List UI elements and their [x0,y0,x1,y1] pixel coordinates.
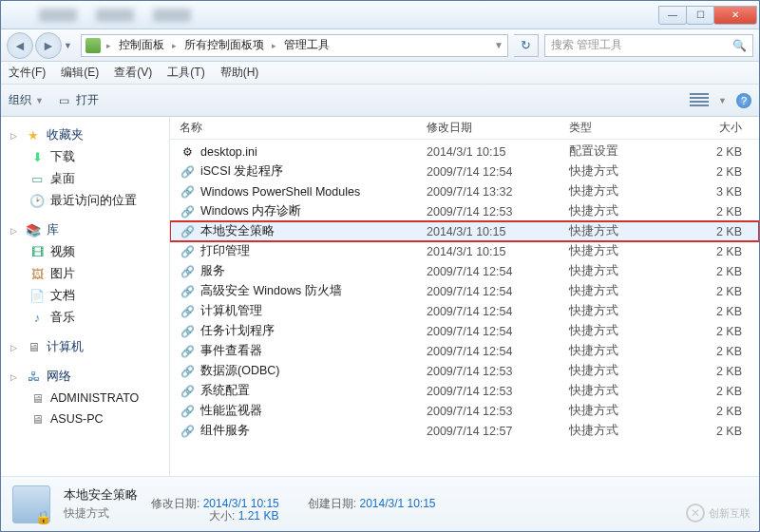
menu-tools[interactable]: 工具(T) [167,65,204,81]
history-dropdown[interactable]: ▼ [64,41,75,50]
file-type: 快捷方式 [569,343,683,359]
file-row[interactable]: 🔗性能监视器2009/7/14 12:53快捷方式2 KB [170,401,759,421]
file-size: 2 KB [683,385,759,398]
sidebar-item-music[interactable]: ♪音乐 [1,307,169,329]
file-date: 2014/3/1 10:15 [427,225,569,238]
help-button[interactable]: ? [736,93,751,108]
file-date: 2009/7/14 12:57 [427,425,569,438]
sidebar-libraries[interactable]: ▷📚 库 [1,219,169,241]
sidebar-item-desktop[interactable]: ▭桌面 [1,168,169,190]
file-row[interactable]: 🔗高级安全 Windows 防火墙2009/7/14 12:54快捷方式2 KB [170,281,759,301]
details-title: 本地安全策略 [64,487,138,502]
file-row[interactable]: 🔗事件查看器2009/7/14 12:54快捷方式2 KB [170,341,759,361]
sidebar-item-recent[interactable]: 🕑最近访问的位置 [1,190,169,212]
navbar: ◄ ► ▼ ▸ 控制面板 ▸ 所有控制面板项 ▸ 管理工具 ▼ ↻ 搜索 管理工… [1,29,759,62]
download-icon: ⬇ [29,150,45,165]
menu-help[interactable]: 帮助(H) [220,65,259,81]
file-row[interactable]: 🔗任务计划程序2009/7/14 12:54快捷方式2 KB [170,321,759,341]
document-icon: 📄 [29,289,45,304]
maximize-button[interactable]: ☐ [686,6,714,25]
file-row[interactable]: 🔗计算机管理2009/7/14 12:54快捷方式2 KB [170,301,759,321]
file-size: 2 KB [683,245,759,258]
titlebar[interactable]: — ☐ ✕ [1,1,759,29]
video-icon: 🎞 [29,245,45,260]
file-name: 事件查看器 [200,343,262,359]
pc-icon: 🖥 [29,411,45,427]
file-type: 快捷方式 [569,323,683,339]
file-icon: 🔗 [180,264,195,279]
star-icon: ★ [26,128,41,143]
details-file-icon [12,485,50,523]
sidebar-item-documents[interactable]: 📄文档 [1,285,169,307]
column-date[interactable]: 修改日期 [427,120,569,136]
close-button[interactable]: ✕ [713,6,757,25]
file-size: 2 KB [683,145,759,159]
refresh-button[interactable]: ↻ [514,34,539,57]
file-type: 快捷方式 [569,283,683,299]
address-bar[interactable]: ▸ 控制面板 ▸ 所有控制面板项 ▸ 管理工具 ▼ [81,34,508,57]
file-size: 2 KB [683,305,759,318]
file-row[interactable]: 🔗数据源(ODBC)2009/7/14 12:53快捷方式2 KB [170,361,759,381]
back-button[interactable]: ◄ [7,32,33,59]
sidebar-item-downloads[interactable]: ⬇下载 [1,146,169,168]
sidebar-network[interactable]: ▷🖧 网络 [1,366,169,388]
file-row[interactable]: 🔗Windows PowerShell Modules2009/7/14 13:… [170,181,759,201]
file-name: 组件服务 [200,423,250,439]
file-type: 快捷方式 [569,163,683,180]
file-type: 快捷方式 [569,223,683,239]
sidebar-computer[interactable]: ▷🖥 计算机 [1,336,169,358]
search-input[interactable]: 搜索 管理工具 🔍 [544,34,753,57]
organize-button[interactable]: 组织 ▼ [9,92,44,108]
file-size: 2 KB [683,285,759,298]
file-date: 2009/7/14 12:54 [427,305,569,318]
sidebar-item-pictures[interactable]: 🖼图片 [1,263,169,285]
menubar: 文件(F) 编辑(E) 查看(V) 工具(T) 帮助(H) [1,62,759,85]
file-type: 快捷方式 [569,203,683,219]
view-options-button[interactable] [690,93,709,108]
forward-button[interactable]: ► [35,32,62,59]
file-date: 2009/7/14 12:53 [427,405,569,418]
file-row[interactable]: 🔗iSCSI 发起程序2009/7/14 12:54快捷方式2 KB [170,162,759,181]
search-icon: 🔍 [732,39,747,52]
file-date: 2009/7/14 12:53 [427,205,569,218]
file-name: 服务 [200,263,225,279]
column-size[interactable]: 大小 [683,120,759,136]
toolbar: 组织 ▼ ▭ 打开 ▼ ? [1,85,759,117]
breadcrumb-item[interactable]: 所有控制面板项 [182,37,266,53]
network-icon: 🖧 [26,370,41,385]
menu-edit[interactable]: 编辑(E) [61,65,99,81]
menu-file[interactable]: 文件(F) [9,65,46,81]
file-icon: 🔗 [180,284,195,299]
sidebar-favorites[interactable]: ▷★ 收藏夹 [1,124,169,146]
library-icon: 📚 [26,223,41,238]
music-icon: ♪ [29,311,45,326]
details-subtitle: 快捷方式 [64,505,138,522]
file-name: Windows 内存诊断 [200,203,301,219]
file-type: 配置设置 [569,143,683,160]
file-size: 2 KB [683,165,759,179]
file-row[interactable]: 🔗打印管理2014/3/1 10:15快捷方式2 KB [170,241,759,261]
file-type: 快捷方式 [569,423,683,439]
sidebar-item-pc[interactable]: 🖥ADMINISTRATO [1,388,169,408]
menu-view[interactable]: 查看(V) [114,65,152,81]
file-size: 2 KB [683,325,759,338]
open-icon: ▭ [57,93,72,108]
file-row[interactable]: 🔗服务2009/7/14 12:54快捷方式2 KB [170,261,759,281]
file-row[interactable]: ⚙desktop.ini2014/3/1 10:15配置设置2 KB [170,142,759,162]
file-icon: 🔗 [180,164,195,180]
file-row[interactable]: 🔗本地安全策略2014/3/1 10:15快捷方式2 KB [170,221,759,241]
file-row[interactable]: 🔗系统配置2009/7/14 12:53快捷方式2 KB [170,381,759,401]
column-type[interactable]: 类型 [569,120,683,136]
file-row[interactable]: 🔗组件服务2009/7/14 12:57快捷方式2 KB [170,421,759,441]
column-name[interactable]: 名称 [170,120,427,136]
minimize-button[interactable]: — [658,6,687,25]
breadcrumb-item[interactable]: 管理工具 [282,37,332,53]
file-row[interactable]: 🔗Windows 内存诊断2009/7/14 12:53快捷方式2 KB [170,201,759,221]
picture-icon: 🖼 [29,267,45,282]
open-button[interactable]: ▭ 打开 [57,92,99,108]
file-icon: 🔗 [180,244,195,259]
breadcrumb-item[interactable]: 控制面板 [117,37,166,53]
file-icon: 🔗 [180,364,195,379]
sidebar-item-pc[interactable]: 🖥ASUS-PC [1,408,169,429]
sidebar-item-video[interactable]: 🎞视频 [1,241,169,263]
